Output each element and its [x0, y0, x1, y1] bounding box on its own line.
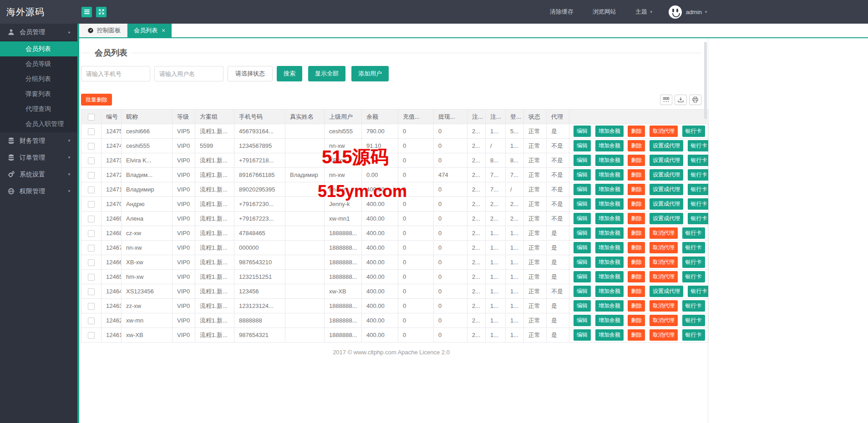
bank-card-button[interactable]: 银行卡 [682, 242, 705, 253]
delete-button[interactable]: 删除 [628, 329, 645, 341]
add-user-button[interactable]: 添加用户 [351, 66, 389, 81]
delete-button[interactable]: 删除 [628, 169, 645, 181]
agent-toggle-button[interactable]: 取消代理 [650, 271, 678, 282]
show-all-button[interactable]: 显示全部 [308, 66, 345, 81]
edit-button[interactable]: 编辑 [574, 198, 591, 210]
row-checkbox[interactable] [88, 317, 95, 324]
scrollbar[interactable] [704, 42, 707, 119]
add-balance-button[interactable]: 增加余额 [595, 300, 624, 312]
row-checkbox[interactable] [88, 259, 95, 266]
delete-button[interactable]: 删除 [628, 242, 645, 253]
edit-button[interactable]: 编辑 [574, 169, 591, 181]
status-select[interactable]: 请选择状态 [228, 66, 273, 81]
username-input[interactable] [154, 66, 223, 81]
edit-button[interactable]: 编辑 [574, 213, 591, 224]
row-checkbox[interactable] [88, 143, 95, 150]
add-balance-button[interactable]: 增加余额 [595, 315, 624, 326]
add-balance-button[interactable]: 增加余额 [595, 227, 624, 239]
sidebar-section-0[interactable]: 会员管理▲ [0, 24, 77, 40]
delete-button[interactable]: 删除 [628, 213, 645, 224]
row-checkbox[interactable] [88, 157, 95, 164]
edit-button[interactable]: 编辑 [574, 126, 591, 137]
row-checkbox[interactable] [88, 201, 95, 208]
sidebar-item[interactable]: 会员等级 [0, 56, 77, 71]
add-balance-button[interactable]: 增加余额 [595, 140, 624, 151]
delete-button[interactable]: 删除 [628, 155, 645, 166]
bank-card-button[interactable]: 银行卡 [688, 169, 709, 181]
row-checkbox[interactable] [88, 186, 95, 193]
row-checkbox[interactable] [88, 274, 95, 281]
bank-card-button[interactable]: 银行卡 [682, 315, 705, 326]
agent-toggle-button[interactable]: 取消代理 [650, 242, 678, 253]
export-button[interactable] [675, 95, 687, 105]
agent-toggle-button[interactable]: 取消代理 [650, 329, 678, 341]
delete-button[interactable]: 删除 [628, 300, 645, 312]
tab-dashboard[interactable]: 控制面板 [81, 24, 127, 37]
delete-button[interactable]: 删除 [628, 257, 645, 268]
agent-toggle-button[interactable]: 设置成代理 [650, 140, 683, 151]
edit-button[interactable]: 编辑 [574, 271, 591, 282]
bank-card-button[interactable]: 银行卡 [682, 227, 705, 239]
search-button[interactable]: 搜索 [277, 66, 302, 81]
theme-menu[interactable]: 主题▼ [635, 8, 653, 16]
bank-card-button[interactable]: 银行卡 [688, 198, 709, 210]
edit-button[interactable]: 编辑 [574, 242, 591, 253]
delete-button[interactable]: 删除 [628, 227, 645, 239]
delete-button[interactable]: 删除 [628, 271, 645, 282]
bank-card-button[interactable]: 银行卡 [688, 155, 709, 166]
add-balance-button[interactable]: 增加余额 [595, 242, 624, 253]
bank-card-button[interactable]: 银行卡 [688, 213, 709, 224]
sidebar-item[interactable]: 弹窗列表 [0, 86, 77, 101]
row-checkbox[interactable] [88, 245, 95, 252]
delete-button[interactable]: 删除 [628, 140, 645, 151]
delete-button[interactable]: 删除 [628, 184, 645, 195]
fullscreen-button[interactable] [96, 7, 107, 17]
add-balance-button[interactable]: 增加余额 [595, 271, 624, 282]
sidebar-section-1[interactable]: 财务管理▼ [0, 132, 77, 149]
edit-button[interactable]: 编辑 [574, 155, 591, 166]
bank-card-button[interactable]: 银行卡 [688, 286, 709, 297]
close-icon[interactable]: × [162, 27, 165, 34]
add-balance-button[interactable]: 增加余额 [595, 286, 624, 297]
delete-button[interactable]: 删除 [628, 315, 645, 326]
clear-cache-link[interactable]: 清除缓存 [550, 8, 574, 16]
delete-button[interactable]: 删除 [628, 126, 645, 137]
tab-member-list[interactable]: 会员列表 × [127, 24, 172, 37]
agent-toggle-button[interactable]: 设置成代理 [650, 155, 683, 166]
add-balance-button[interactable]: 增加余额 [595, 155, 624, 166]
delete-button[interactable]: 删除 [628, 286, 645, 297]
row-checkbox[interactable] [88, 128, 95, 135]
agent-toggle-button[interactable]: 设置成代理 [650, 169, 683, 181]
add-balance-button[interactable]: 增加余额 [595, 257, 624, 268]
user-menu[interactable]: admin▼ [686, 9, 708, 15]
edit-button[interactable]: 编辑 [574, 286, 591, 297]
agent-toggle-button[interactable]: 设置成代理 [650, 198, 683, 210]
add-balance-button[interactable]: 增加余额 [595, 198, 624, 210]
print-button[interactable] [689, 95, 701, 105]
browse-site-link[interactable]: 浏览网站 [593, 8, 616, 16]
row-checkbox[interactable] [88, 230, 95, 237]
agent-toggle-button[interactable]: 取消代理 [650, 315, 678, 326]
add-balance-button[interactable]: 增加余额 [595, 184, 624, 195]
add-balance-button[interactable]: 增加余额 [595, 213, 624, 224]
bank-card-button[interactable]: 银行卡 [682, 257, 705, 268]
row-checkbox[interactable] [88, 332, 95, 339]
edit-button[interactable]: 编辑 [574, 227, 591, 239]
avatar[interactable] [669, 5, 682, 19]
bank-card-button[interactable]: 银行卡 [682, 300, 705, 312]
bank-card-button[interactable]: 银行卡 [688, 140, 709, 151]
bank-card-button[interactable]: 银行卡 [688, 184, 709, 195]
edit-button[interactable]: 编辑 [574, 315, 591, 326]
delete-button[interactable]: 删除 [628, 198, 645, 210]
bank-card-button[interactable]: 银行卡 [682, 271, 705, 282]
batch-delete-button[interactable]: 批量删除 [81, 94, 112, 106]
row-checkbox[interactable] [88, 216, 95, 222]
edit-button[interactable]: 编辑 [574, 140, 591, 151]
sidebar-section-4[interactable]: 权限管理▼ [0, 183, 77, 200]
row-checkbox[interactable] [88, 172, 95, 179]
bank-card-button[interactable]: 银行卡 [682, 329, 705, 341]
agent-toggle-button[interactable]: 设置成代理 [650, 286, 683, 297]
agent-toggle-button[interactable]: 设置成代理 [650, 184, 683, 195]
sidebar-section-2[interactable]: 订单管理▼ [0, 149, 77, 166]
row-checkbox[interactable] [88, 303, 95, 310]
